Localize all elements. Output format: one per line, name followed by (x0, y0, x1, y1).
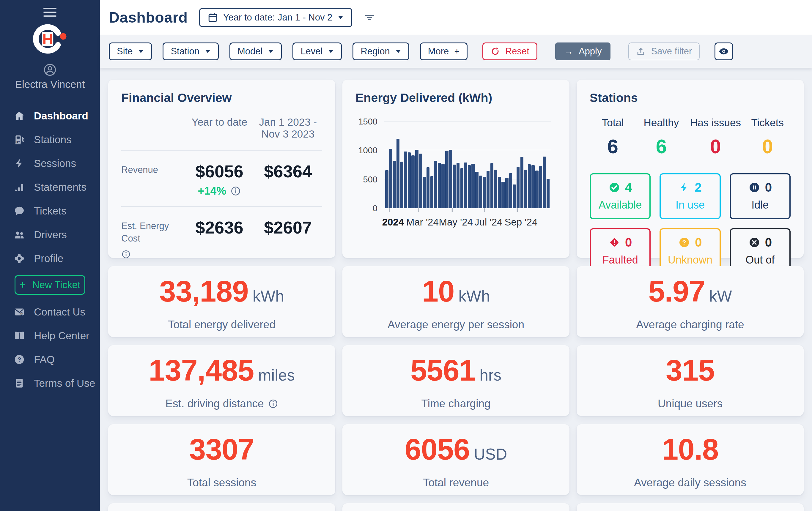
metric-value: 10 (422, 274, 454, 308)
bar[interactable] (415, 150, 418, 208)
bar[interactable] (524, 170, 527, 208)
bar[interactable] (517, 167, 520, 208)
status-label: Unknown (664, 253, 716, 267)
sidebar-item-label: Tickets (34, 205, 66, 217)
sidebar-footer-nav: @Contact UsHelp Center?FAQTerms of Use (0, 300, 100, 395)
sidebar-item-label: Statements (34, 181, 86, 193)
reset-button[interactable]: Reset (483, 42, 538, 60)
sidebar-item-profile[interactable]: Profile (0, 247, 100, 270)
station-status-box-available[interactable]: 4Available (590, 173, 650, 219)
bar[interactable] (547, 179, 550, 208)
sidebar-item-label: Help Center (34, 330, 89, 342)
bar[interactable] (453, 164, 456, 208)
sidebar-item-label: Terms of Use (34, 377, 95, 389)
info-icon[interactable] (230, 186, 241, 197)
bar[interactable] (498, 177, 501, 208)
bar[interactable] (430, 176, 434, 208)
visibility-toggle-button[interactable] (715, 42, 733, 60)
bar[interactable] (385, 170, 388, 208)
more-filters-button[interactable]: More + (420, 42, 467, 60)
sidebar: H Electra Vincent DashboardEVStationsSes… (0, 0, 100, 511)
filter-chip-level[interactable]: Level (292, 42, 342, 60)
bar[interactable] (400, 161, 404, 208)
summary-value: 0 (745, 135, 791, 158)
bar[interactable] (404, 152, 407, 208)
bar[interactable] (487, 171, 490, 208)
bar[interactable] (490, 163, 494, 208)
sidebar-item-contact-us[interactable]: @Contact Us (0, 300, 100, 324)
bar[interactable] (528, 164, 531, 208)
more-label: More (428, 46, 449, 57)
bar[interactable] (445, 151, 448, 208)
metric-label: Unique users (658, 397, 723, 410)
metric-value: 315 (666, 353, 715, 387)
bar[interactable] (441, 164, 445, 208)
bar[interactable] (539, 166, 543, 208)
user-name: Electra Vincent (0, 79, 100, 90)
sidebar-item-tickets[interactable]: Tickets (0, 199, 100, 223)
station-status-box-idle[interactable]: 0Idle (730, 173, 791, 219)
bar[interactable] (464, 162, 467, 208)
bar[interactable] (475, 172, 478, 208)
bar[interactable] (468, 165, 471, 208)
bar[interactable] (408, 152, 411, 208)
menu-icon[interactable] (44, 8, 56, 17)
sidebar-item-sessions[interactable]: Sessions (0, 152, 100, 175)
sidebar-item-drivers[interactable]: Drivers (0, 223, 100, 247)
bar[interactable] (397, 139, 400, 208)
info-icon[interactable] (268, 399, 278, 409)
bar[interactable] (535, 171, 539, 209)
metric-value: 5.97 (648, 274, 705, 308)
filter-funnel-icon[interactable] (364, 11, 375, 24)
filter-chip-site[interactable]: Site (109, 42, 152, 60)
dashboard-content: Financial Overview Year to date Jan 1 20… (100, 68, 812, 511)
metric-unit: miles (258, 366, 295, 384)
bar[interactable] (471, 164, 475, 208)
x-axis-tick-label: May '24 (439, 217, 473, 228)
sidebar-item-dashboard[interactable]: Dashboard (0, 104, 100, 128)
sidebar-item-statements[interactable]: Statements (0, 175, 100, 199)
station-status-box-in-use[interactable]: 2In use (660, 173, 721, 219)
metric-card-average-energy-per-session: 10kWhAverage energy per session (342, 266, 570, 337)
bar[interactable] (434, 161, 437, 208)
apply-button[interactable]: → Apply (555, 42, 611, 60)
bar[interactable] (457, 163, 460, 208)
avatar[interactable] (0, 63, 100, 77)
financial-overview-card: Financial Overview Year to date Jan 1 20… (108, 80, 335, 258)
bar[interactable] (479, 176, 483, 208)
bar[interactable] (423, 177, 426, 208)
chevron-down-icon (339, 16, 343, 19)
bar[interactable] (494, 170, 497, 208)
bar[interactable] (411, 155, 415, 208)
save-filter-button[interactable]: Save filter (628, 42, 700, 60)
sidebar-item-label: Dashboard (34, 110, 88, 122)
info-icon[interactable] (121, 249, 131, 259)
sidebar-item-help-center[interactable]: Help Center (0, 324, 100, 348)
bar[interactable] (513, 184, 516, 208)
date-range-button[interactable]: Year to date: Jan 1 - Nov 2 (199, 8, 352, 27)
filter-chip-station[interactable]: Station (163, 42, 219, 60)
chevron-down-icon (269, 50, 273, 53)
bar[interactable] (393, 161, 396, 208)
new-ticket-button[interactable]: + New Ticket (14, 275, 85, 295)
bar[interactable] (501, 182, 505, 208)
bar[interactable] (520, 157, 524, 208)
filter-chip-model[interactable]: Model (229, 42, 282, 60)
sidebar-item-faq[interactable]: ?FAQ (0, 348, 100, 371)
bar[interactable] (438, 163, 441, 208)
sidebar-item-label: FAQ (34, 354, 55, 365)
bar[interactable] (427, 167, 430, 208)
filter-chip-region[interactable]: Region (352, 42, 409, 60)
sidebar-item-stations[interactable]: EVStations (0, 128, 100, 152)
bar[interactable] (389, 149, 392, 209)
question-icon: ? (13, 353, 26, 366)
bar[interactable] (483, 177, 486, 208)
bar[interactable] (449, 150, 452, 208)
bar[interactable] (460, 168, 464, 208)
sidebar-item-terms-of-use[interactable]: Terms of Use (0, 371, 100, 395)
bar[interactable] (543, 156, 546, 208)
bar[interactable] (509, 173, 513, 208)
bar[interactable] (419, 154, 422, 208)
bar[interactable] (505, 178, 509, 208)
bar[interactable] (531, 165, 535, 208)
